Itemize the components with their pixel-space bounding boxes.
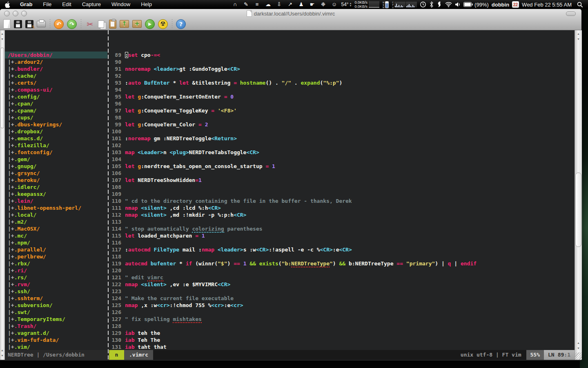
nerdtree-item[interactable]: |+.cups/ — [5, 114, 107, 121]
menu-edit[interactable]: Edit — [57, 0, 76, 9]
nerdtree-item[interactable]: |+.ri/ — [5, 267, 107, 274]
expand-flag-icon[interactable]: |+ — [8, 260, 14, 267]
save-session-button[interactable]: + — [132, 20, 142, 28]
buffer-scroll-thumb[interactable] — [575, 173, 581, 247]
nerdtree-item[interactable]: |+.config/ — [5, 93, 107, 100]
code-line[interactable]: 110" cd to the directory containing the … — [110, 197, 574, 204]
battery-widget[interactable]: (99%) — [463, 2, 489, 8]
time-machine-icon[interactable] — [420, 1, 426, 8]
expand-flag-icon[interactable]: |+ — [8, 94, 14, 100]
code-line[interactable]: 112nmap <silent> ,md :!mkdir -p %:p:h<CR… — [110, 211, 574, 218]
expand-flag-icon[interactable]: |+ — [8, 226, 14, 232]
clock-menu[interactable]: Wed Feb 22 5:55 AM — [522, 2, 572, 8]
expand-flag-icon[interactable]: |+ — [8, 267, 14, 274]
expand-flag-icon[interactable]: |+ — [8, 233, 14, 239]
code-line[interactable]: 91nnoremap <leader>gt :GundoToggle<CR> — [110, 65, 574, 72]
volume-icon[interactable] — [455, 2, 461, 7]
title-bar[interactable]: darkstar.local//Users/dobbin/.vimrc — [0, 9, 581, 18]
menu-file[interactable]: File — [38, 0, 57, 9]
make-button[interactable]: ☢ — [158, 19, 168, 29]
face-icon[interactable]: ☺ — [330, 0, 338, 9]
nerdtree-item[interactable]: |+.bundler/ — [5, 65, 107, 72]
nerdtree-item[interactable]: |+.dropbox/ — [5, 128, 107, 135]
nerdtree-item[interactable]: |+.fontconfig/ — [5, 149, 107, 156]
nerdtree-item[interactable]: |+.sshterm/ — [5, 295, 107, 302]
cpu-monitor[interactable]: CPU — [392, 1, 417, 8]
code-line[interactable]: 107let NERDTreeShowHidden=1 — [110, 177, 574, 184]
code-line[interactable]: 100 — [110, 128, 574, 135]
user-menu[interactable]: dobbin — [492, 2, 509, 8]
nerdtree-item[interactable]: |+.vim-fuf-data/ — [5, 337, 107, 343]
spotlight-icon[interactable] — [577, 2, 583, 8]
paste-button[interactable] — [109, 20, 116, 29]
nerdtree-scrollbar[interactable]: ▲▼ ▲▼ — [0, 30, 5, 360]
expand-flag-icon[interactable]: |+ — [8, 212, 14, 218]
nerdtree-item[interactable]: |+.heroku/ — [5, 177, 107, 184]
nerdtree-item[interactable]: |+.m2/ — [5, 218, 107, 225]
menu-grab[interactable]: Grab — [15, 0, 38, 9]
nerdtree-item[interactable]: |+.swt/ — [5, 309, 107, 316]
code-line[interactable]: 96 — [110, 100, 574, 107]
nerdtree-item[interactable]: |+.npm/ — [5, 239, 107, 246]
code-line[interactable]: 130iab Teh The — [110, 337, 574, 343]
calendar-icon[interactable]: 22 — [512, 1, 519, 8]
code-line[interactable]: 127" fix spelling mishtakes — [110, 316, 574, 323]
nerdtree-item[interactable]: |+.certs/ — [5, 79, 107, 86]
expand-flag-icon[interactable]: |+ — [8, 142, 14, 148]
split-separator[interactable] — [108, 30, 109, 360]
expand-flag-icon[interactable]: |+ — [8, 330, 14, 336]
weather-widget[interactable]: 54° ▲▼ — [341, 2, 352, 7]
code-line[interactable]: 129iab teh the — [110, 330, 574, 337]
download-box-icon[interactable]: ⇩ — [275, 0, 283, 9]
expand-flag-icon[interactable]: |+ — [8, 184, 14, 190]
nerdtree-item[interactable]: |+.ssh/ — [5, 288, 107, 295]
nerdtree-item[interactable]: |+.ardour2/ — [5, 58, 107, 65]
nerdtree-item[interactable]: |+.keepassx/ — [5, 191, 107, 197]
expand-flag-icon[interactable]: |+ — [8, 101, 14, 107]
expand-flag-icon[interactable]: |+ — [8, 337, 14, 343]
code-line[interactable]: 115let loaded_matchparen = 1 — [110, 232, 574, 239]
expand-flag-icon[interactable]: |+ — [8, 295, 14, 301]
expand-flag-icon[interactable]: |+ — [8, 66, 14, 72]
nerdtree-item[interactable]: |+.rvm/ — [5, 281, 107, 288]
nerdtree-item[interactable]: |+.TemporaryItems/ — [5, 316, 107, 323]
code-line[interactable]: 105let g:nerdtree_tabs_open_on_console_s… — [110, 163, 574, 170]
cloud-icon[interactable]: ☁ — [264, 0, 272, 9]
expand-flag-icon[interactable]: |+ — [8, 73, 14, 79]
code-line[interactable]: 89:set cpo-=< — [110, 52, 574, 58]
undo-button[interactable]: ↶ — [54, 19, 64, 29]
code-line[interactable]: 108 — [110, 184, 574, 191]
expand-flag-icon[interactable]: |+ — [8, 149, 14, 155]
code-line[interactable]: 116 — [110, 239, 574, 246]
apple-menu-icon[interactable] — [0, 1, 15, 8]
nerdtree-item[interactable]: |+.rbx/ — [5, 260, 107, 267]
expand-flag-icon[interactable]: |+ — [8, 274, 14, 280]
expand-flag-icon[interactable]: |+ — [8, 198, 14, 204]
code-line[interactable]: 131iab taht that — [110, 343, 574, 350]
code-line[interactable]: 114" stop automatically colorizing paren… — [110, 225, 574, 232]
nerdtree-item[interactable]: |+.cpanm/ — [5, 107, 107, 114]
code-line[interactable]: 122nmap <silent> ,ev :e $MYVIMRC<CR> — [110, 281, 574, 288]
code-line[interactable]: 101:noremap gm :NERDTreeToggle<Return> — [110, 135, 574, 142]
copy-button[interactable] — [98, 20, 104, 28]
compose-icon[interactable]: ✎ — [242, 0, 250, 9]
code-line[interactable]: 120 — [110, 267, 574, 274]
redo-button[interactable]: ↷ — [67, 19, 77, 29]
nerdtree-item[interactable]: |+.gem/ — [5, 156, 107, 163]
nerdtree-item[interactable]: |+.emacs.d/ — [5, 135, 107, 142]
expand-flag-icon[interactable]: |+ — [8, 247, 14, 253]
expand-flag-icon[interactable]: |+ — [8, 87, 14, 93]
expand-flag-icon[interactable]: |+ — [8, 59, 14, 65]
expand-flag-icon[interactable]: |+ — [8, 309, 14, 315]
expand-flag-icon[interactable]: |+ — [8, 80, 14, 86]
nerdtree-item[interactable]: |+.vim/ — [5, 343, 107, 350]
nerdtree-item[interactable]: |+.Trash/ — [5, 323, 107, 330]
nerdtree-item[interactable]: |+.perlbrew/ — [5, 253, 107, 260]
expand-flag-icon[interactable]: |+ — [8, 254, 14, 260]
scroll-up-icon[interactable]: ▲▼ — [0, 31, 4, 42]
expand-flag-icon[interactable]: |+ — [8, 288, 14, 294]
nerdtree-item[interactable]: |+.local/ — [5, 211, 107, 218]
code-line[interactable]: 109 — [110, 191, 574, 197]
expand-flag-icon[interactable]: |+ — [8, 344, 14, 350]
expand-flag-icon[interactable]: |+ — [8, 191, 14, 197]
